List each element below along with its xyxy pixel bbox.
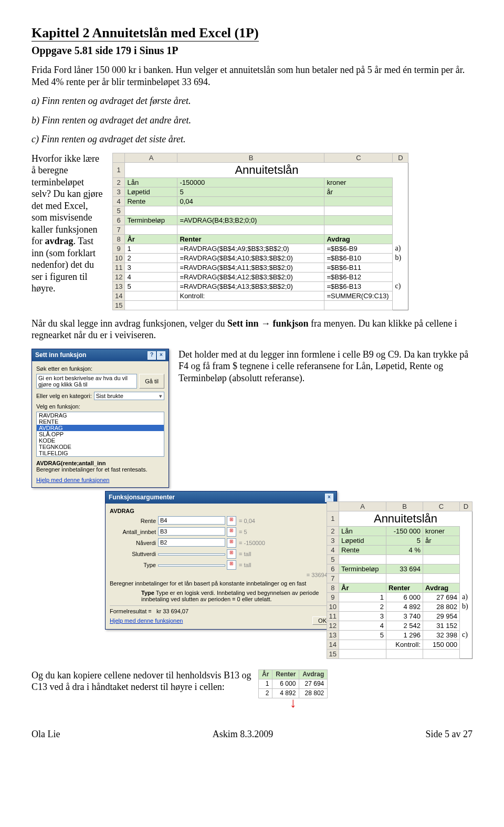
mini-sheet: ÅrRenterAvdrag16 00027 69424 89228 802 xyxy=(258,669,328,698)
category-select[interactable]: Sist brukte xyxy=(94,392,164,400)
go-button[interactable]: Gå til xyxy=(139,374,164,389)
arg-desc2: Type Type er en logisk verdi. Innbetalin… xyxy=(141,590,332,602)
window-controls[interactable]: ?× xyxy=(146,351,165,360)
function-signature: AVDRAG(rente;antall_inn xyxy=(36,460,106,466)
bottom-paragraph: Og du kan kopiere cellene nedover til he… xyxy=(32,669,252,693)
chapter-heading: Kapittel 2 Annuitetslån med Excel (1P) xyxy=(32,25,259,41)
function-list[interactable]: RAVDRAGRENTEAVDRAGSLÅ.OPPKODETEGNKODETIL… xyxy=(36,412,164,457)
left-explain: Hvorfor ikke lære å beregne terminbeløpe… xyxy=(32,153,105,295)
intermediate-result: = 33694,0 xyxy=(110,572,332,578)
pick-label: Velg en funksjon: xyxy=(36,403,164,410)
question-a: a) Finn renten og avdraget det første år… xyxy=(32,95,472,107)
spreadsheet-results: ABCD1Annuitetslån2Lån-150 000kroner3Løpe… xyxy=(327,501,472,659)
mid-paragraph: Når du skal legge inn avdrag funksjonen,… xyxy=(32,318,472,341)
footer-page: Side 5 av 27 xyxy=(426,729,473,740)
help-link[interactable]: Hjelp med denne funksjonen xyxy=(110,617,183,624)
search-field[interactable]: Gi en kort beskrivelse av hva du vil gjø… xyxy=(36,374,137,389)
result-label: Formelresultat = xyxy=(110,608,152,614)
function-desc: Beregner innbetalinger for et fast rente… xyxy=(36,466,164,473)
insert-function-dialog: Sett inn funksjon ?× Søk etter en funksj… xyxy=(32,349,169,488)
help-icon: ? xyxy=(148,351,156,360)
result-value: kr 33 694,07 xyxy=(156,608,188,614)
dialog2-title: Funksjonsargumenter xyxy=(109,494,175,501)
close-icon: × xyxy=(325,494,333,502)
arg-desc1: Beregner innbetalinger for et lån basert… xyxy=(110,580,332,587)
question-c: c) Finn renten og avdraget det siste åre… xyxy=(32,133,472,145)
right-paragraph: Det holder med at du legger inn formlene… xyxy=(178,349,472,384)
exercise-subheading: Oppgave 5.81 side 179 i Sinus 1P xyxy=(32,45,472,57)
footer-date: Askim 8.3.2009 xyxy=(213,729,274,740)
intro-paragraph: Frida Ford låner 150 000 kr i banken. Hu… xyxy=(32,64,472,88)
spreadsheet-formulas: ABCD1Annuitetslån2Lån-150000kroner3Løpet… xyxy=(112,153,408,310)
arrow-down-icon: ↓ xyxy=(258,698,328,708)
search-label: Søk etter en funksjon: xyxy=(36,365,164,372)
close-icon: × xyxy=(157,351,165,360)
page-footer: Ola Lie Askim 8.3.2009 Side 5 av 27 xyxy=(32,729,472,740)
category-label: Eller velg en kategori: xyxy=(36,393,92,399)
help-link[interactable]: Hjelp med denne funksjonen xyxy=(36,477,164,483)
function-name: AVDRAG xyxy=(110,508,332,514)
footer-author: Ola Lie xyxy=(32,729,60,740)
question-b: b) Finn renten og avdraget det andre åre… xyxy=(32,114,472,127)
dialog1-title: Sett inn funksjon xyxy=(35,351,86,359)
window-controls[interactable]: × xyxy=(324,493,333,502)
function-args-dialog: Funksjonsargumenter × AVDRAG RenteB4 ⊞= … xyxy=(105,491,337,630)
